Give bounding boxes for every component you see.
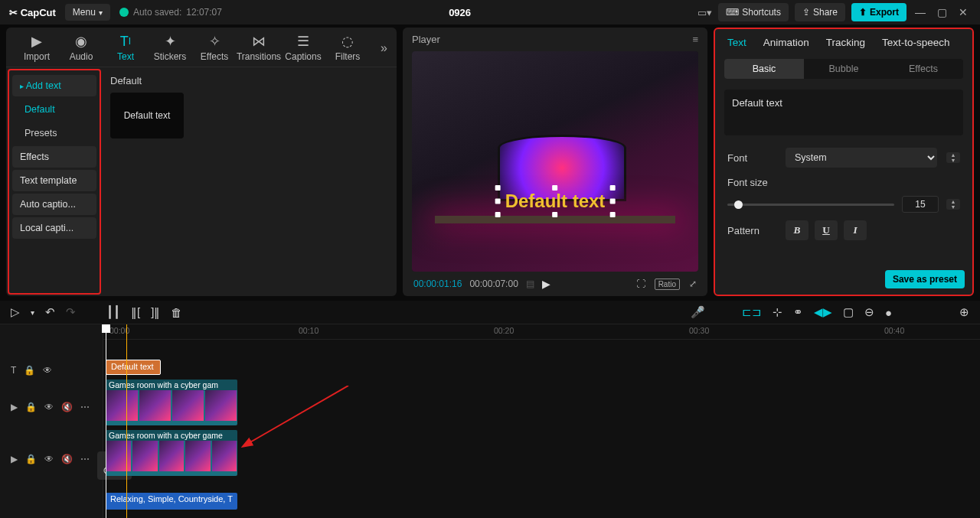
trim-right-tool[interactable]: ]‖: [151, 305, 160, 319]
lock-icon[interactable]: 🔒: [25, 454, 37, 464]
player-menu-icon[interactable]: ≡: [692, 34, 698, 45]
text-overlay[interactable]: Default text: [497, 187, 614, 216]
clip-video1[interactable]: Games room with a cyber gam: [106, 380, 237, 425]
mic-icon[interactable]: 🎤: [691, 305, 705, 319]
subtab-basic[interactable]: Basic: [724, 59, 804, 79]
subtab-effects[interactable]: Effects: [884, 59, 963, 79]
clip-audio[interactable]: Relaxing, Simple, Countryside, T: [106, 493, 237, 510]
handle-tr[interactable]: [609, 185, 615, 191]
sidebar-local-caption[interactable]: Local capti...: [12, 217, 96, 239]
sidebar-presets[interactable]: Presets: [12, 122, 96, 144]
zoom-slider-icon[interactable]: ●: [885, 306, 892, 319]
player-viewport[interactable]: Default text: [412, 51, 698, 272]
sidebar-add-text[interactable]: Add text: [12, 75, 96, 96]
size-input[interactable]: [902, 196, 939, 213]
subtab-bubble[interactable]: Bubble: [804, 59, 884, 79]
text-icon: TI: [120, 34, 131, 49]
mute-icon[interactable]: 🔇: [61, 402, 73, 412]
sidebar-default[interactable]: Default: [12, 99, 96, 120]
handle-bl[interactable]: [495, 212, 501, 217]
more-tabs-icon[interactable]: »: [381, 41, 387, 55]
bold-button[interactable]: B: [786, 220, 808, 240]
timeline-panel: ▷ ▾ ↶ ↷ ┃┃ ‖[ ]‖ 🗑 🎤 ⊏⊐ ⊹ ⚭ ◀▶ ▢ ⊖ ● ⊕ T…: [0, 301, 980, 518]
video-track-icon: ▶: [11, 402, 18, 412]
menu-button[interactable]: Menu ▾: [65, 4, 110, 21]
track-head-text: T🔒👁: [0, 360, 103, 381]
eye-icon[interactable]: 👁: [44, 402, 54, 412]
fullscreen-icon[interactable]: ⤢: [689, 279, 697, 289]
handle-t[interactable]: [553, 185, 558, 191]
rtab-animation[interactable]: Animation: [763, 37, 809, 48]
annotation-arrow: [241, 386, 364, 454]
select-tool[interactable]: ▷: [11, 305, 20, 319]
split-tool[interactable]: ┃┃: [106, 305, 120, 319]
compare-icon[interactable]: ▤: [526, 279, 534, 289]
eye-icon[interactable]: 👁: [44, 454, 54, 464]
link-icon[interactable]: ⚭: [793, 305, 803, 319]
scale-icon[interactable]: ⛶: [636, 279, 645, 289]
export-button[interactable]: ⬆ Export: [851, 3, 906, 21]
ratio-button[interactable]: Ratio: [655, 279, 680, 290]
trim-left-tool[interactable]: ‖[: [131, 305, 140, 319]
timeline-tracks[interactable]: 00:00 00:10 00:20 00:30 00:40 Default te…: [103, 324, 980, 518]
sidebar-template[interactable]: Text template: [12, 170, 96, 191]
minimize-icon[interactable]: —: [913, 5, 928, 20]
tab-filters[interactable]: ◌Filters: [326, 34, 369, 62]
tab-captions[interactable]: ☰Captions: [282, 34, 325, 62]
clip-video2[interactable]: Games room with a cyber game: [106, 430, 237, 476]
timeline-ruler[interactable]: 00:00 00:10 00:20 00:30 00:40: [103, 324, 980, 340]
close-icon[interactable]: [956, 5, 971, 20]
tab-effects[interactable]: ✧Effects: [193, 34, 236, 62]
size-stepper[interactable]: ▲▼: [946, 199, 960, 210]
rtab-tracking[interactable]: Tracking: [826, 37, 865, 48]
tab-audio[interactable]: ◉Audio: [60, 34, 103, 62]
rtab-tts[interactable]: Text-to-speech: [882, 37, 950, 48]
layout-icon[interactable]: ▭▾: [697, 7, 712, 18]
tab-import[interactable]: ▶Import: [15, 34, 58, 62]
more-icon[interactable]: ⋯: [80, 402, 90, 412]
mute-icon[interactable]: 🔇: [61, 454, 73, 464]
lock-icon[interactable]: 🔒: [25, 402, 37, 412]
size-slider[interactable]: [727, 204, 894, 206]
save-preset-button[interactable]: Save as preset: [885, 270, 965, 288]
share-button[interactable]: ⇪ Share: [795, 3, 845, 21]
font-select[interactable]: System: [786, 148, 937, 168]
handle-l[interactable]: [495, 198, 501, 204]
lock-icon[interactable]: 🔒: [24, 365, 35, 376]
maximize-icon[interactable]: ▢: [934, 5, 949, 20]
select-mode-icon[interactable]: ▾: [31, 308, 34, 317]
play-button[interactable]: ▶: [542, 278, 550, 290]
underline-button[interactable]: U: [815, 220, 838, 240]
font-stepper[interactable]: ▲▼: [946, 152, 960, 163]
tab-text[interactable]: TIText: [104, 34, 147, 62]
magnet-icon[interactable]: ⊏⊐: [742, 305, 762, 319]
preview-icon[interactable]: ▢: [843, 305, 854, 319]
playhead[interactable]: [106, 324, 106, 518]
text-track-icon: T: [11, 365, 16, 376]
captions-icon: ☰: [297, 34, 309, 49]
text-content-input[interactable]: Default text: [724, 90, 963, 135]
inspector-panel: Text Animation Tracking Text-to-speech B…: [714, 28, 974, 296]
tab-transitions[interactable]: ⋈Transitions: [237, 34, 280, 62]
clip-text[interactable]: Default text: [106, 360, 161, 375]
handle-r[interactable]: [609, 198, 615, 204]
handle-tl[interactable]: [495, 185, 501, 191]
undo-button[interactable]: ↶: [45, 305, 55, 319]
sidebar-effects[interactable]: Effects: [12, 146, 96, 168]
italic-button[interactable]: I: [844, 220, 867, 240]
text-preset-thumb[interactable]: Default text: [110, 93, 184, 138]
handle-b[interactable]: [553, 212, 558, 217]
more-icon[interactable]: ⋯: [80, 454, 90, 464]
zoom-out-icon[interactable]: ⊖: [864, 305, 874, 319]
tab-stickers[interactable]: ✦Stickers: [149, 34, 191, 62]
redo-button[interactable]: ↷: [66, 305, 76, 319]
shortcuts-button[interactable]: ⌨ Shortcuts: [718, 3, 789, 21]
handle-br[interactable]: [609, 212, 615, 217]
zoom-in-icon[interactable]: ⊕: [959, 305, 969, 319]
align-icon[interactable]: ⊹: [773, 305, 782, 319]
delete-tool[interactable]: 🗑: [171, 306, 182, 319]
snap-icon[interactable]: ◀▶: [814, 305, 832, 319]
sidebar-auto-caption[interactable]: Auto captio...: [12, 194, 96, 215]
eye-icon[interactable]: 👁: [43, 365, 52, 376]
rtab-text[interactable]: Text: [727, 37, 746, 48]
